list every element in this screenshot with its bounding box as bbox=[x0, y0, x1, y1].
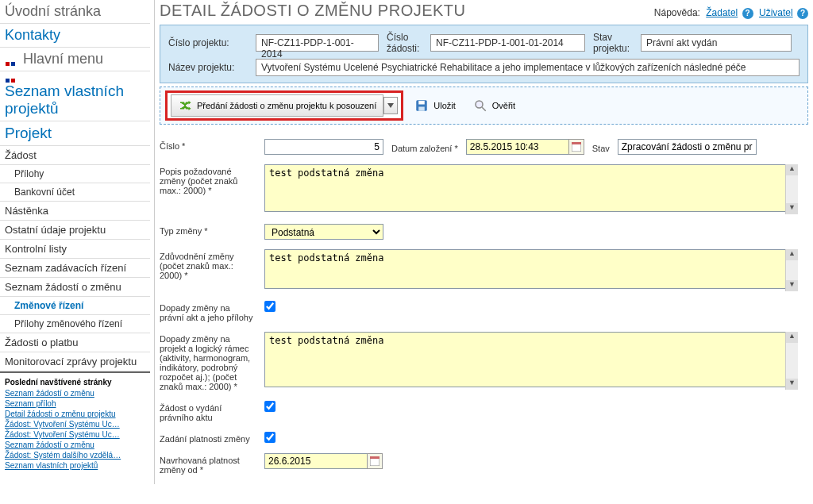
sidebar: Úvodní stránka Kontakty Hlavní menu Sezn… bbox=[0, 0, 155, 484]
nav-zadosti-platbu[interactable]: Žádosti o platbu bbox=[0, 333, 150, 352]
field-cislo-projektu: NF-CZ11-PDP-1-001-2014 bbox=[256, 34, 379, 52]
recent-link[interactable]: Seznam žádostí o změnu bbox=[0, 388, 150, 398]
recent-link[interactable]: Seznam vlastních projektů bbox=[0, 460, 150, 471]
magnifier-icon bbox=[473, 98, 487, 113]
nav-main-menu[interactable]: Hlavní menu bbox=[0, 48, 150, 71]
input-cislo[interactable] bbox=[264, 139, 383, 155]
nav-nastenka[interactable]: Nástěnka bbox=[0, 202, 150, 221]
recent-title: Poslední navštívené stránky bbox=[0, 371, 150, 388]
scrollbar[interactable]: ▲▼ bbox=[785, 164, 798, 214]
calendar-button[interactable] bbox=[568, 139, 584, 155]
save-button[interactable]: Uložit bbox=[408, 95, 462, 116]
input-navrhovana[interactable] bbox=[264, 453, 368, 469]
textarea-zduvodneni[interactable]: test podstatná změna bbox=[264, 249, 798, 289]
checkbox-dopady-pravni[interactable] bbox=[264, 301, 275, 312]
label-stav: Stav bbox=[592, 141, 610, 153]
recent-pages: Poslední navštívené stránky Seznam žádos… bbox=[0, 371, 150, 471]
nav-seznam-zadavacich[interactable]: Seznam zadávacích řízení bbox=[0, 259, 150, 278]
nav-zmenove-rizeni[interactable]: Změnové řízení bbox=[0, 297, 150, 315]
textarea-dopady-projekt[interactable]: test podstatná změna bbox=[264, 332, 798, 387]
label-popis: Popis požadované změny (počet znaků max.… bbox=[160, 164, 255, 195]
help-uzivatel[interactable]: Uživatel bbox=[759, 7, 793, 18]
calendar-icon bbox=[572, 142, 581, 152]
label-cislo-zadosti: Číslo žádosti: bbox=[387, 32, 422, 54]
recent-link[interactable]: Žádost: Vytvoření Systému Uc… bbox=[0, 419, 150, 429]
nav-prilohy[interactable]: Přílohy bbox=[0, 165, 150, 183]
svg-point-3 bbox=[476, 101, 483, 108]
checkbox-zadani-platnosti[interactable] bbox=[264, 432, 275, 443]
label-typ-zmeny: Typ změny * bbox=[160, 224, 255, 236]
calendar-button[interactable] bbox=[367, 453, 383, 469]
nav-home[interactable]: Úvodní stránka bbox=[0, 0, 150, 24]
input-stav bbox=[618, 139, 757, 155]
recent-link[interactable]: Seznam žádostí o změnu bbox=[0, 440, 150, 450]
select-typ-zmeny[interactable]: Podstatná bbox=[264, 224, 383, 240]
label-navrhovana: Navrhovaná platnost změny od * bbox=[160, 453, 255, 475]
submit-for-review-button[interactable]: Předání žádosti o změnu projektu k posou… bbox=[171, 94, 383, 117]
nav-monitorovaci[interactable]: Monitorovací zprávy projektu bbox=[0, 352, 150, 371]
nav-ostatni-udaje[interactable]: Ostatní údaje projektu bbox=[0, 221, 150, 240]
main-content: DETAIL ŽÁDOSTI O ZMĚNU PROJEKTU Nápověda… bbox=[155, 0, 813, 484]
toolbar: Předání žádosti o změnu projektu k posou… bbox=[160, 87, 808, 125]
help-zadatel[interactable]: Žadatel bbox=[706, 7, 738, 18]
form-area: Číslo * Datum založení * Stav Popis poža… bbox=[160, 139, 808, 475]
label-zadani-platnosti: Zadání platnosti změny bbox=[160, 432, 255, 444]
textarea-popis[interactable]: test podstatná změna bbox=[264, 164, 798, 212]
nav-seznam-zadosti-zmenu[interactable]: Seznam žádostí o změnu bbox=[0, 278, 150, 297]
help-icon[interactable]: ? bbox=[742, 8, 753, 19]
recent-link[interactable]: Detail žádosti o změnu projektu bbox=[0, 409, 150, 419]
svg-rect-1 bbox=[419, 101, 426, 105]
svg-rect-6 bbox=[572, 142, 581, 144]
verify-label: Ověřit bbox=[492, 101, 515, 110]
verify-button[interactable]: Ověřit bbox=[467, 95, 522, 116]
scrollbar[interactable]: ▲▼ bbox=[785, 332, 798, 390]
nav-zadost[interactable]: Žádost bbox=[0, 146, 150, 165]
project-info-box: Číslo projektu: NF-CZ11-PDP-1-001-2014 Č… bbox=[160, 25, 808, 83]
highlighted-action: Předání žádosti o změnu projektu k posou… bbox=[165, 90, 403, 121]
nav-kontrolni-listy[interactable]: Kontrolní listy bbox=[0, 240, 150, 259]
field-cislo-zadosti: NF-CZ11-PDP-1-001-01-2014 bbox=[430, 34, 585, 52]
recent-link[interactable]: Žádost: Vytvoření Systému Uc… bbox=[0, 429, 150, 440]
calendar-icon bbox=[370, 456, 380, 466]
label-zadost-vydani: Žádost o vydání právního aktu bbox=[160, 401, 255, 422]
checkbox-zadost-vydani[interactable] bbox=[264, 401, 275, 412]
shuffle-icon bbox=[178, 98, 192, 113]
label-dopady-pravni: Dopady změny na právní akt a jeho příloh… bbox=[160, 301, 255, 322]
label-stav-projektu: Stav projektu: bbox=[593, 32, 633, 54]
save-label: Uložit bbox=[433, 101, 456, 110]
chevron-down-icon bbox=[387, 103, 394, 108]
svg-rect-8 bbox=[370, 456, 380, 459]
nav-own-projects[interactable]: Seznam vlastních projektů bbox=[0, 79, 150, 121]
label-dopady-projekt: Dopady změny na projekt a logický rámec … bbox=[160, 332, 255, 391]
svg-rect-2 bbox=[419, 107, 426, 111]
svg-line-4 bbox=[482, 107, 486, 111]
menu-grid-icon bbox=[5, 54, 16, 65]
recent-link[interactable]: Žádost: Systém dalšího vzdělá… bbox=[0, 450, 150, 460]
help-links: Nápověda: Žadatel ? Uživatel ? bbox=[654, 7, 808, 19]
label-zduvodneni: Zdůvodnění změny (počet znaků max.: 2000… bbox=[160, 249, 255, 280]
save-icon bbox=[414, 98, 429, 113]
scrollbar[interactable]: ▲▼ bbox=[785, 249, 798, 291]
label-datum-zalozeni: Datum založení * bbox=[391, 141, 458, 153]
label-cislo-projektu: Číslo projektu: bbox=[168, 37, 248, 48]
field-stav-projektu: Právní akt vydán bbox=[641, 34, 792, 52]
nav-kontakty[interactable]: Kontakty bbox=[0, 24, 150, 48]
input-datum-zalozeni[interactable] bbox=[466, 139, 569, 155]
label-cislo: Číslo * bbox=[160, 139, 255, 151]
recent-link[interactable]: Seznam příloh bbox=[0, 398, 150, 409]
submit-label: Předání žádosti o změnu projektu k posou… bbox=[197, 101, 376, 110]
nav-projekt[interactable]: Projekt bbox=[0, 121, 150, 146]
dropdown-toggle[interactable] bbox=[383, 97, 398, 114]
nav-prilohy-zmenoveho[interactable]: Přílohy změnového řízení bbox=[0, 315, 150, 333]
label-nazev-projektu: Název projektu: bbox=[168, 62, 248, 73]
help-icon[interactable]: ? bbox=[797, 8, 808, 19]
field-nazev-projektu: Vytvoření Systému Ucelené Psychiatrické … bbox=[256, 59, 800, 76]
nav-bankovni-ucet[interactable]: Bankovní účet bbox=[0, 183, 150, 202]
page-title: DETAIL ŽÁDOSTI O ZMĚNU PROJEKTU bbox=[160, 0, 466, 25]
